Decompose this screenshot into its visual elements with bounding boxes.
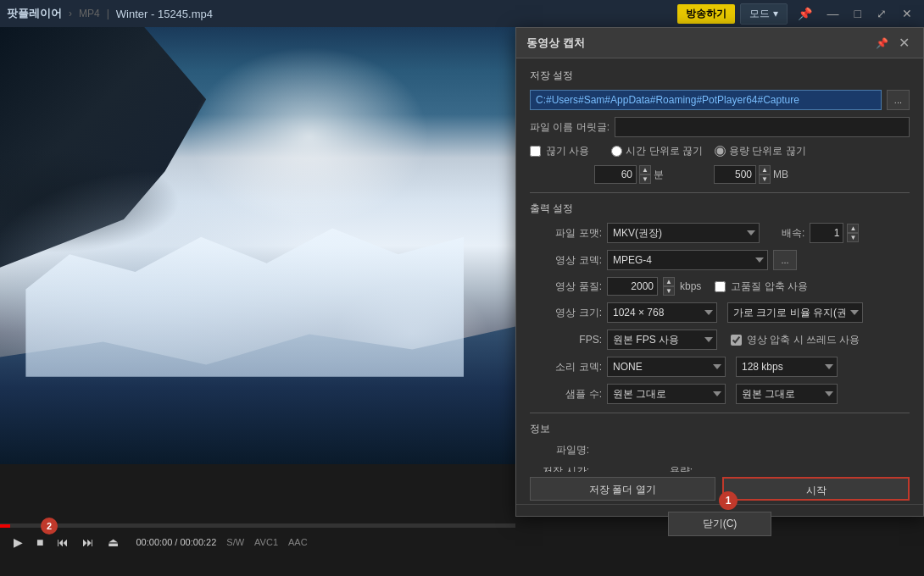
video-quality-input[interactable] bbox=[607, 277, 658, 296]
multiplier-group: ▲ ▼ bbox=[810, 223, 859, 243]
dialog-pin-button[interactable]: 📌 bbox=[872, 35, 892, 51]
codec-avc1: AVC1 bbox=[254, 537, 278, 547]
stop-button[interactable]: ■ bbox=[33, 534, 47, 550]
eject-button[interactable]: ⏏ bbox=[104, 534, 122, 550]
video-codec-extra-button[interactable]: ... bbox=[773, 250, 797, 270]
storage-settings-section: 저장 설정 ... 파일 이름 머릿글: 끊기 사용 bbox=[530, 69, 910, 184]
codec-aac: AAC bbox=[288, 537, 308, 547]
play-button[interactable]: ▶ bbox=[10, 534, 26, 550]
broadcast-button[interactable]: 방송하기 bbox=[677, 4, 735, 24]
time-limit-radio[interactable] bbox=[611, 146, 622, 157]
size-value-group: ▲ ▼ MB bbox=[714, 165, 794, 184]
time-limit-label: 시간 단위로 끊기 bbox=[626, 144, 703, 158]
filename-label: 파일 이름 머릿글: bbox=[530, 120, 610, 135]
filename-prefix-input[interactable] bbox=[615, 117, 910, 137]
audio-bitrate-select[interactable]: 128 kbps bbox=[736, 357, 838, 377]
size-limit-radio[interactable] bbox=[715, 146, 726, 157]
path-row: ... bbox=[530, 90, 910, 110]
multiplier-decrement-button[interactable]: ▼ bbox=[847, 233, 859, 242]
info-filename-label: 파일명: bbox=[530, 443, 589, 457]
video-size-row: 영상 크기: 1024 × 768 1280 × 720 가로 크기로 비율 유… bbox=[530, 302, 910, 323]
dialog-close-row: 닫기(C) bbox=[516, 504, 923, 541]
output-settings-section: 출력 설정 파일 포맷: MKV(권장) MP4 AVI 배속: ▲ ▼ bbox=[530, 202, 910, 404]
video-quality-row: 영상 품질: ▲ ▼ kbps 고품질 압축 사용 bbox=[530, 277, 910, 296]
size-limit-group: 용량 단위로 끊기 bbox=[715, 144, 806, 158]
high-quality-checkbox[interactable] bbox=[715, 281, 726, 292]
title-bar-right: 방송하기 모드 ▾ 📌 — □ ⤢ ✕ bbox=[677, 3, 917, 25]
close-dialog-button[interactable]: 닫기(C) bbox=[668, 512, 772, 536]
quality-increment-button[interactable]: ▲ bbox=[663, 277, 675, 286]
pin-button[interactable]: 📌 bbox=[793, 5, 817, 22]
time-total: 00:00:22 bbox=[180, 537, 216, 547]
quality-decrement-button[interactable]: ▼ bbox=[663, 286, 675, 296]
video-quality-label: 영상 품질: bbox=[530, 280, 602, 294]
browse-button[interactable]: ... bbox=[887, 90, 910, 110]
progress-bar[interactable]: 2 bbox=[0, 524, 515, 528]
limit-checkbox[interactable] bbox=[530, 146, 541, 157]
divider-2 bbox=[530, 413, 910, 413]
size-limit-label: 용량 단위로 끊기 bbox=[729, 144, 806, 158]
sample2-select[interactable]: 원본 그대로 bbox=[736, 384, 838, 404]
size-value-input[interactable] bbox=[714, 165, 756, 184]
time-increment-button[interactable]: ▲ bbox=[639, 165, 651, 174]
quality-spin-buttons: ▲ ▼ bbox=[663, 277, 675, 296]
multiplier-input[interactable] bbox=[810, 223, 843, 243]
sample-rate-row: 샘플 수: 원본 그대로 원본 그대로 bbox=[530, 384, 910, 404]
title-separator2: | bbox=[107, 8, 109, 19]
limit-row: 끊기 사용 시간 단위로 끊기 용량 단위로 끊기 bbox=[530, 144, 910, 158]
file-title: Winter - 15245.mp4 bbox=[116, 8, 213, 20]
fps-thread-label: 영상 압축 시 쓰레드 사용 bbox=[747, 333, 860, 347]
format-label: 파일 포맷: bbox=[530, 226, 602, 241]
dialog-close-button[interactable]: ✕ bbox=[895, 35, 913, 51]
size-limit-option[interactable]: 용량 단위로 끊기 bbox=[715, 144, 806, 158]
resize-button[interactable]: ⤢ bbox=[871, 5, 892, 22]
output-section-label: 출력 설정 bbox=[530, 202, 910, 216]
time-value-input[interactable] bbox=[594, 165, 637, 184]
title-separator: › bbox=[69, 8, 72, 19]
sample-rate-select[interactable]: 원본 그대로 bbox=[607, 384, 726, 404]
size-increment-button[interactable]: ▲ bbox=[759, 165, 771, 174]
mode-button[interactable]: 모드 ▾ bbox=[740, 3, 787, 25]
limit-values-row: ▲ ▼ 분 ▲ ▼ MB bbox=[530, 165, 910, 184]
info-section: 정보 파일명: 저장 시간: 용량: bbox=[530, 422, 910, 472]
prev-button[interactable]: ⏮ bbox=[53, 534, 72, 550]
controls-row: ▶ ■ ⏮ ⏭ ⏏ 00:00:00 / 00:00:22 S/W AVC1 A… bbox=[0, 528, 515, 557]
minimize-button[interactable]: — bbox=[822, 5, 844, 22]
badge-1: 1 bbox=[719, 491, 738, 510]
maximize-button[interactable]: □ bbox=[849, 5, 866, 22]
time-decrement-button[interactable]: ▼ bbox=[639, 174, 651, 184]
quality-unit: kbps bbox=[680, 280, 701, 292]
multiplier-increment-button[interactable]: ▲ bbox=[847, 224, 859, 233]
start-button[interactable]: 시작 bbox=[722, 477, 910, 501]
video-codec-select[interactable]: MPEG-4 bbox=[607, 250, 768, 270]
info-time-capacity-row: 저장 시간: 용량: bbox=[530, 464, 910, 472]
next-button[interactable]: ⏭ bbox=[79, 534, 97, 550]
info-save-time-label: 저장 시간: bbox=[530, 464, 589, 472]
video-size-select[interactable]: 1024 × 768 1280 × 720 bbox=[607, 302, 717, 323]
time-display: 00:00:00 / 00:00:22 bbox=[136, 537, 216, 547]
title-bar: 팟플레이어 › MP4 | Winter - 15245.mp4 방송하기 모드… bbox=[0, 0, 924, 27]
dialog-title: 동영상 캡처 bbox=[526, 36, 585, 51]
title-bar-left: 팟플레이어 › MP4 | Winter - 15245.mp4 bbox=[7, 6, 671, 21]
fps-select[interactable]: 원본 FPS 사용 bbox=[607, 330, 717, 350]
time-limit-option[interactable]: 시간 단위로 끊기 bbox=[611, 144, 703, 158]
video-size-label: 영상 크기: bbox=[530, 306, 602, 320]
close-button[interactable]: ✕ bbox=[897, 5, 917, 22]
multiplier-spin-buttons: ▲ ▼ bbox=[847, 224, 859, 242]
save-path-input[interactable] bbox=[530, 90, 882, 110]
format-select[interactable]: MKV(권장) MP4 AVI bbox=[607, 223, 760, 243]
dialog-title-bar: 동영상 캡처 📌 ✕ bbox=[516, 28, 923, 58]
open-folder-button[interactable]: 저장 폴더 열기 bbox=[530, 477, 715, 501]
aspect-ratio-select[interactable]: 가로 크기로 비율 유지(권장) bbox=[727, 302, 863, 323]
video-area bbox=[0, 27, 515, 464]
size-decrement-button[interactable]: ▼ bbox=[759, 174, 771, 184]
limit-type-group: 시간 단위로 끊기 bbox=[611, 144, 703, 158]
fps-thread-checkbox[interactable] bbox=[731, 335, 742, 346]
high-quality-label: 고품질 압축 사용 bbox=[731, 280, 808, 294]
audio-codec-select[interactable]: NONE AAC bbox=[607, 357, 726, 377]
multiplier-label: 배속: bbox=[782, 226, 804, 241]
limit-label: 끊기 사용 bbox=[546, 144, 589, 158]
progress-fill bbox=[0, 524, 10, 528]
fps-row: FPS: 원본 FPS 사용 영상 압축 시 쓰레드 사용 bbox=[530, 330, 910, 350]
video-codec-label: 영상 코덱: bbox=[530, 253, 602, 268]
